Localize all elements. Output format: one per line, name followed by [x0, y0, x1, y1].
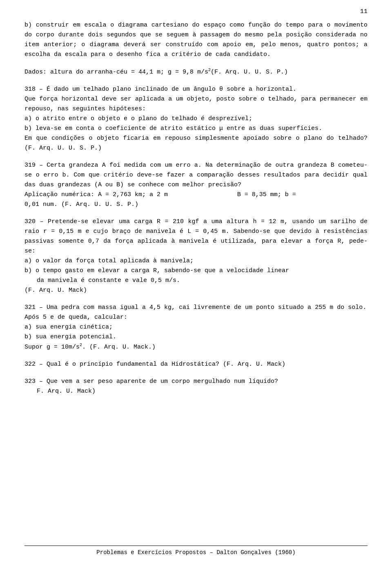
q318-final: Em que condições o objeto ficaria em rep… — [24, 134, 368, 153]
page-number: 11 — [360, 8, 368, 15]
q319-num-left-text: Aplicação numérica: A = 2,763 km; a 2 m — [24, 191, 168, 198]
q319-num-end: 0,01 num. (F. Arq. U. U. S. P.) — [24, 200, 368, 210]
q320-main: 320 – Pretende-se elevar uma carga R = 2… — [24, 217, 368, 256]
q318-b: b) leva-se em conta o coeficiente de atr… — [24, 124, 368, 134]
q323-main: 323 – Que vem a ser peso aparente de um … — [24, 377, 368, 387]
q319-label: 319 — [24, 162, 39, 169]
q318-label: 318 — [24, 86, 39, 93]
q321-main: 321 – Uma pedra com massa igual a 4,5 kg… — [24, 303, 368, 313]
q318-text: – É dado um telhado plano inclinado de u… — [39, 86, 296, 93]
dados-source: (F. Arq. U. U. S. P.) — [211, 69, 288, 76]
q320-b2: da manivela é constante e vale 0,5 m/s. — [37, 276, 368, 286]
q321-text: – Uma pedra com massa igual a 4,5 kg, ca… — [39, 304, 366, 311]
question-318: 318 – É dado um telhado plano inclinado … — [24, 85, 368, 153]
q318-continuation: Que força horizontal deve ser aplicada a… — [24, 94, 368, 114]
q320-end: (F. Arq. U. Mack) — [24, 286, 368, 295]
q319-num-right: B = 8,35 mm; b = — [237, 190, 368, 200]
question-321: 321 – Uma pedra com massa igual a 4,5 kg… — [24, 303, 368, 352]
question-323: 323 – Que vem a ser peso aparente de um … — [24, 377, 368, 396]
q323-end: F. Arq. U. Mack) — [37, 387, 368, 396]
intro-paragraph: b) construir em escala o diagrama cartes… — [24, 20, 368, 60]
q319-main: 319 – Certa grandeza A foi medida com um… — [24, 161, 368, 190]
q320-text: – Pretende-se elevar uma carga R = 210 k… — [24, 218, 368, 255]
content-area: b) construir em escala o diagrama cartes… — [24, 20, 368, 396]
dados-paragraph: Dados: altura do arranha-céu = 44,1 m; g… — [24, 67, 368, 77]
q321-end: Supor g = 10m/s2. (F. Arq. U. Mack.) — [24, 342, 368, 352]
q320-label: 320 — [24, 218, 40, 225]
dados-main: Dados: altura do arranha-céu = 44,1 m; g… — [24, 69, 208, 76]
question-319: 319 – Certa grandeza A foi medida com um… — [24, 161, 368, 210]
footer: Problemas e Exercícios Propostos – Dalto… — [24, 546, 368, 556]
q319-text: – Certa grandeza A foi medida com um err… — [24, 162, 368, 188]
q318-main: 318 – É dado um telhado plano inclinado … — [24, 85, 368, 94]
q323-text: – Que vem a ser peso aparente de um corp… — [39, 378, 278, 385]
dados-text: Dados: altura do arranha-céu = 44,1 m; g… — [24, 67, 368, 77]
q320-b: b) o tempo gasto em elevar a carga R, sa… — [24, 266, 368, 276]
q322-label: 322 — [24, 361, 39, 368]
q320-a: a) o valor da força total aplicada à man… — [24, 256, 368, 266]
q319-num-right-text: B = 8,35 mm; b = — [237, 191, 296, 198]
q321-b: b) sua energia potencial. — [24, 332, 368, 342]
q321-continuation: Após 5 e de queda, calcular: — [24, 313, 368, 322]
q322-text: – Qual é o princípio fundamental da Hidr… — [39, 361, 285, 368]
q323-label: 323 — [24, 378, 39, 385]
q318-a: a) o atrito entre o objeto e o plano do … — [24, 114, 368, 124]
q321-label: 321 — [24, 304, 39, 311]
q321-end-line: Supor g = 10m/s — [24, 344, 80, 351]
q319-numerical: Aplicação numérica: A = 2,763 km; a 2 m … — [24, 190, 368, 200]
q322-main: 322 – Qual é o princípio fundamental da … — [24, 360, 368, 369]
page-container: 11 b) construir em escala o diagrama car… — [0, 0, 392, 568]
intro-text: b) construir em escala o diagrama cartes… — [24, 20, 368, 60]
question-320: 320 – Pretende-se elevar uma carga R = 2… — [24, 217, 368, 295]
footer-text: Problemas e Exercícios Propostos – Dalto… — [96, 549, 295, 556]
q321-end-after: . (F. Arq. U. Mack.) — [82, 344, 156, 351]
q319-num-left: Aplicação numérica: A = 2,763 km; a 2 m — [24, 190, 230, 200]
q321-a: a) sua energia cinética; — [24, 322, 368, 332]
question-322: 322 – Qual é o princípio fundamental da … — [24, 360, 368, 369]
